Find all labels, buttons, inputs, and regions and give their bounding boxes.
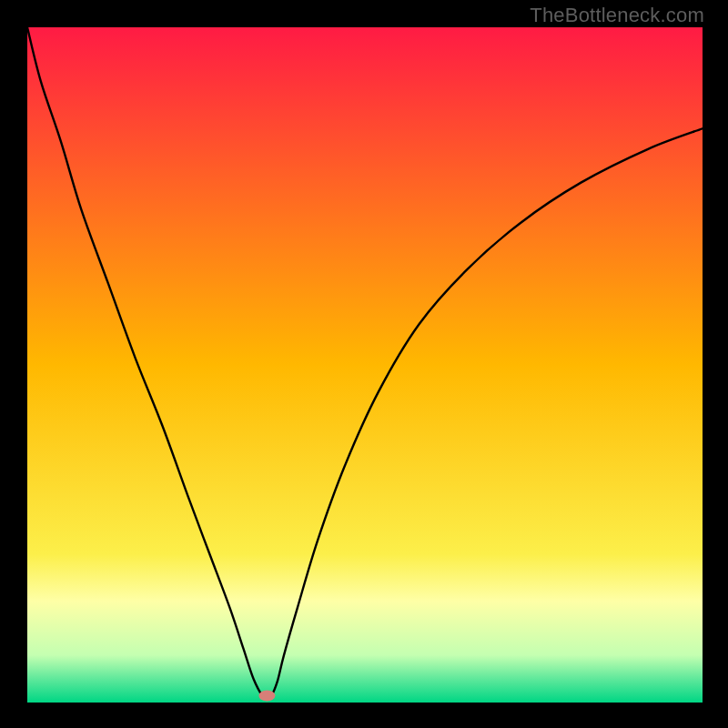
watermark-text: TheBottleneck.com xyxy=(530,4,704,27)
chart-svg xyxy=(27,27,703,703)
chart-area xyxy=(27,27,703,703)
gradient-background xyxy=(27,27,703,703)
optimal-point-marker xyxy=(258,691,275,702)
stage: TheBottleneck.com xyxy=(0,0,728,728)
